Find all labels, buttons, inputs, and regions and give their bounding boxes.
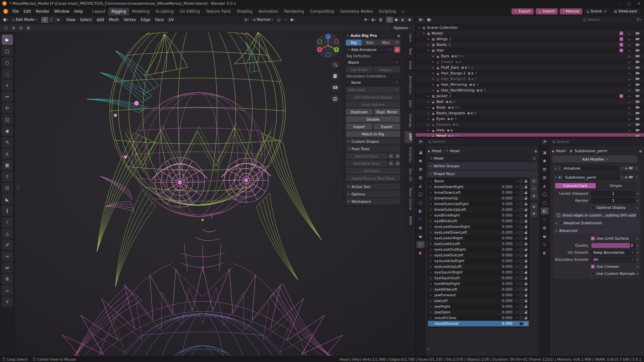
expander-icon[interactable]: ▸ [426, 38, 431, 41]
menu-help[interactable]: Help [72, 8, 85, 14]
shape-key-value[interactable]: 0.000 [496, 196, 513, 200]
sidebar-tab-visibility[interactable]: Visibility [405, 144, 413, 165]
shape-key-value[interactable]: 0.000 [496, 225, 513, 229]
shape-key-value[interactable]: 0.000 [496, 310, 513, 314]
lock-icon[interactable] [525, 283, 527, 285]
remove-armature-button[interactable]: × [394, 47, 400, 53]
properties-tab-data[interactable]: ▽ [541, 241, 549, 248]
driver-icon[interactable]: ○ [516, 254, 518, 257]
lock-icon[interactable] [525, 238, 527, 240]
sidebar-tab-mesh-online[interactable]: Mesh Online [405, 185, 413, 213]
editor-type-icon[interactable]: ▣▾ [2, 17, 9, 23]
breadcrumb-object[interactable]: Head [432, 149, 441, 153]
disable-render-icon[interactable] [633, 83, 641, 86]
driver-icon[interactable]: ○ [516, 231, 518, 234]
shear-tool[interactable]: ▱ [2, 285, 13, 296]
shading-solid-icon[interactable]: ● [393, 17, 399, 23]
breadcrumb-object[interactable]: Head [556, 149, 566, 153]
shape-key-value[interactable]: 0.000 [496, 316, 513, 320]
disable-render-icon[interactable] [633, 38, 641, 40]
menu-window[interactable]: Window [52, 8, 71, 14]
lock-icon[interactable] [525, 243, 527, 245]
shape-key-value[interactable]: 0.000 [496, 202, 513, 206]
viewport-menu-vertex[interactable]: Vertex [121, 17, 138, 23]
maximize-button[interactable]: ▢ [624, 0, 634, 7]
armature-modifier-header[interactable]: ▸ ◊ Armature ▢ ▣ ⋮ [553, 165, 641, 172]
disable-render-icon[interactable] [633, 32, 641, 35]
hide-viewport-icon[interactable]: ▭ [625, 100, 633, 104]
arp-import-button[interactable]: Import [346, 123, 373, 130]
modifier-name-field[interactable]: Armature [561, 166, 619, 171]
driver-icon[interactable]: ○ [516, 225, 518, 228]
viewport-menu-edge[interactable]: Edge [138, 17, 153, 23]
catmull-clark-button[interactable]: Catmull-Clark [555, 183, 596, 188]
xray-toggle-icon[interactable]: ▥ [378, 17, 384, 23]
move-shape-key-down-button[interactable]: ▾ [531, 210, 537, 217]
exclude-checkbox[interactable]: ✓ [620, 37, 623, 41]
mute-checkbox[interactable] [520, 305, 523, 308]
driver-icon[interactable]: ○ [516, 248, 518, 251]
lock-icon[interactable] [525, 181, 527, 183]
shape-key-row-eyelookdownright[interactable]: ◇eyeLookDownRight0.000○ [428, 224, 529, 230]
workspace-tab-animation[interactable]: Animation [256, 8, 281, 15]
dupl-mirror-button[interactable]: Dupl. Mirror [374, 109, 400, 115]
select-box-tool[interactable]: □ [2, 46, 13, 56]
shape-key-value[interactable]: 0.000 [496, 219, 513, 223]
pose-apply-icon[interactable]: ◧ [388, 153, 394, 159]
datablock-name-field[interactable]: ▽Head [428, 155, 530, 161]
mute-checkbox[interactable] [520, 237, 523, 240]
hide-viewport-icon[interactable]: ▭ [625, 66, 633, 69]
shape-key-value[interactable]: 0.000 [496, 287, 513, 292]
lock-icon[interactable] [525, 232, 527, 234]
expander-icon[interactable]: ▸ [426, 43, 431, 46]
properties-tab-scene[interactable]: ◭ [541, 182, 549, 189]
menu-render[interactable]: Render [34, 8, 52, 14]
rip-region-tool[interactable]: Y [2, 297, 13, 307]
navigation-gizmo[interactable]: Z X Y [315, 33, 341, 58]
display-editmode-icon[interactable]: ▢ [621, 167, 624, 170]
disable-render-icon[interactable] [633, 135, 641, 137]
transform-orientation-dropdown[interactable]: ⊕Normal▾ [251, 17, 275, 23]
shape-key-row-mouthclose[interactable]: ◇mouthClose0.000○ [428, 315, 529, 321]
shape-key-specials-button[interactable]: ▾ [531, 193, 537, 199]
editor-type-icon[interactable]: ◔▾ [542, 139, 548, 145]
lock-icon[interactable] [525, 255, 527, 257]
hide-viewport-icon[interactable]: ▭ [625, 129, 633, 132]
hide-viewport-icon[interactable]: ▭ [625, 89, 633, 92]
add-blink-pose-button[interactable]: Add Blink Pose [346, 160, 387, 167]
breadcrumb-modifier[interactable]: Subdivision_perm [575, 149, 607, 153]
hide-viewport-icon[interactable]: ▭ [625, 77, 633, 81]
shape-key-value[interactable]: 0.000 [496, 304, 513, 309]
lock-icon[interactable] [525, 300, 527, 302]
driver-icon[interactable]: ○ [516, 305, 518, 308]
decorator-dot[interactable]: ● [636, 258, 640, 261]
sidebar-tab-view[interactable]: View [405, 58, 413, 72]
axis-z-negative-ball[interactable] [326, 53, 330, 57]
expand-icon[interactable]: ▾ [554, 176, 557, 179]
levels-viewport-field[interactable]: 1 [591, 191, 636, 196]
workspace-tab-geometry-nodes[interactable]: Geometry Nodes [337, 8, 376, 15]
properties-search-input[interactable] [432, 139, 477, 144]
annotate-tool[interactable]: ✎ [2, 137, 13, 147]
mute-checkbox[interactable] [520, 225, 523, 229]
display-mode-icon[interactable]: ▦▾ [426, 17, 433, 23]
lock-icon[interactable] [525, 226, 527, 228]
viewport-menu-uv[interactable]: UV [166, 17, 176, 23]
workspace-tab-layout[interactable]: Layout [89, 8, 108, 15]
add-cube-tool[interactable]: ▦ [2, 160, 13, 170]
snap-magnet-icon[interactable]: ⋃ [276, 17, 282, 23]
outliner-item-body[interactable]: ▸▲Body▦◧▽◇▭ [416, 105, 644, 110]
disable-render-icon[interactable] [633, 44, 641, 46]
add-shape-key-button[interactable]: + [531, 178, 537, 184]
hide-viewport-icon[interactable]: ▭ [625, 117, 633, 121]
hide-viewport-icon[interactable]: ▭ [625, 55, 633, 58]
resize-grip[interactable]: ⋯⋯ [550, 352, 644, 355]
expander-icon[interactable]: ▸ [431, 89, 435, 92]
disable-render-icon[interactable] [633, 55, 641, 57]
shape-key-row-eyelookinleft[interactable]: ◇eyeLookInLeft0.000○ [428, 241, 529, 247]
workspace-tab-rigging[interactable]: Rigging [108, 8, 129, 15]
select-mode-intersect-icon[interactable]: ⊠ [25, 25, 32, 31]
mute-checkbox[interactable] [520, 197, 523, 200]
measure-tool[interactable]: ∠ [2, 148, 13, 159]
outliner-item-hair-bangs-1[interactable]: ▸▲Hair_Bangs-1▦◧▽▭ [416, 70, 644, 76]
